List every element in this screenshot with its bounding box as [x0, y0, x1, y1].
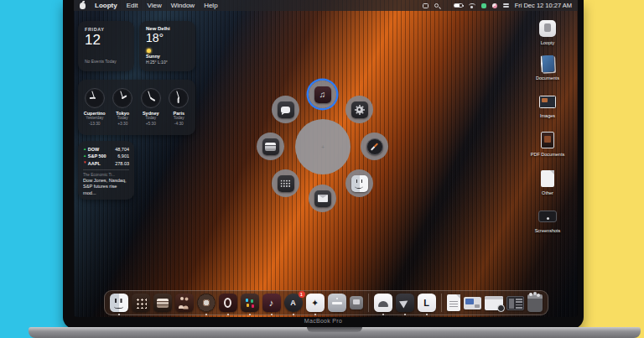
analog-clock-face	[169, 88, 189, 108]
down-arrow-icon: ▼	[83, 160, 86, 165]
finder-icon[interactable]	[110, 294, 128, 312]
stacks-icon[interactable]	[153, 294, 172, 312]
spotlight-icon[interactable]	[434, 3, 439, 8]
stack-screenshots[interactable]: Screenshots	[524, 206, 571, 233]
stock-row-dow: ▲ DOW 48,704	[83, 146, 129, 153]
menu-view[interactable]: View	[147, 2, 161, 9]
weather-temperature: 18°	[146, 31, 189, 46]
apple-menu-icon[interactable]	[80, 3, 86, 9]
calendar-day: 12	[85, 32, 127, 49]
loopty-app-icon[interactable]: L	[418, 294, 436, 312]
weather-widget[interactable]: New Delhi 18° Sunny H:25° L:10°	[139, 21, 195, 71]
stats-green-icon[interactable]	[481, 3, 486, 8]
radial-item-messages[interactable]	[272, 96, 299, 123]
weather-condition: Sunny	[146, 54, 189, 59]
wifi-icon[interactable]	[469, 3, 475, 8]
mail-icon	[314, 190, 331, 207]
launchpad-icon[interactable]	[132, 294, 150, 312]
window-thumb-icon[interactable]	[485, 296, 503, 310]
dock-divider	[441, 294, 442, 312]
menu-clock[interactable]: Fri Dec 12 10:27 AM	[515, 2, 572, 9]
screenshots-stack-icon	[538, 211, 557, 222]
dock-divider	[368, 294, 369, 312]
lid-notch	[307, 327, 362, 332]
settings-gear-icon	[351, 101, 368, 118]
analog-clock-face	[141, 88, 161, 108]
mini-app-icon[interactable]	[350, 296, 363, 309]
documents-stack-icon	[540, 55, 554, 73]
stock-row-sp500: ▲ S&P 500 6,901	[83, 153, 129, 159]
hub-plus-icon: +	[321, 144, 325, 150]
radial-item-safari[interactable]	[361, 133, 388, 160]
contacts-icon[interactable]	[175, 294, 194, 312]
macbook-base	[29, 327, 641, 338]
loopty-menubar-icon[interactable]	[423, 3, 428, 8]
analog-clock-face	[112, 88, 132, 108]
stack-documents[interactable]: Documents	[524, 54, 571, 81]
music-icon[interactable]: ♪	[262, 294, 281, 312]
clock-cupertino: Cupertino Yesterday -13:30	[81, 88, 108, 126]
radial-item-mail[interactable]	[309, 185, 336, 212]
notification-badge: 1	[299, 291, 305, 298]
macos-desktop: Loopty Edit View Window Help Fri Dec 12 …	[74, 0, 578, 317]
loopty-app-icon	[539, 20, 556, 37]
plus-app-icon[interactable]	[328, 294, 346, 312]
radial-menu-hub[interactable]: +	[295, 119, 351, 174]
dome-app-icon[interactable]	[374, 294, 392, 312]
calendar-status: No Events Today	[85, 59, 117, 64]
music-icon: ♫	[314, 86, 331, 103]
clock-sydney: Sydney Today +5:30	[138, 88, 164, 126]
bluetooth-icon[interactable]	[444, 3, 448, 8]
window-thumb-icon[interactable]	[506, 296, 524, 310]
pdf-stack-icon	[541, 132, 554, 148]
stack-other[interactable]: Other	[524, 169, 571, 195]
desk-scene: Loopty Edit View Window Help Fri Dec 12 …	[0, 0, 644, 338]
up-arrow-icon: ▲	[83, 153, 86, 159]
macbook-pro-label: MacBook Pro	[63, 318, 584, 324]
slack-icon[interactable]	[241, 294, 259, 312]
radial-item-settings[interactable]	[345, 96, 373, 123]
stock-news-headline: Dow Jones, Nasdaq, S&P futures rise mod.…	[83, 178, 129, 197]
images-stack-icon	[539, 96, 556, 108]
clock-tokyo: Tokyo Today +3:30	[109, 88, 136, 126]
radial-item-keypad[interactable]	[272, 169, 299, 197]
menu-app-name[interactable]: Loopty	[95, 2, 117, 9]
stock-news-source: The Economic Ti...	[83, 173, 129, 177]
stocks-widget[interactable]: ▲ DOW 48,704 ▲ S&P 500 6,901 ▼ AAPL 278.…	[78, 141, 134, 200]
safari-compass-icon	[366, 138, 383, 155]
app-store-icon[interactable]: A1	[284, 294, 303, 312]
macbook-pro: Loopty Edit View Window Help Fri Dec 12 …	[63, 0, 584, 329]
stack-pdf-documents[interactable]: PDF Documents	[524, 130, 571, 157]
battery-icon[interactable]	[454, 3, 463, 8]
menu-edit[interactable]: Edit	[127, 2, 138, 9]
document-file-icon[interactable]	[447, 294, 460, 311]
keypad-icon	[278, 175, 294, 192]
sparkle-app-icon[interactable]: ✦	[306, 294, 325, 312]
clock-paris: Paris Today -4:30	[165, 88, 192, 126]
opera-icon[interactable]	[219, 294, 237, 312]
sun-icon	[147, 49, 151, 53]
control-center-icon[interactable]	[503, 3, 509, 8]
dock: ♪ A1 ✦ L	[104, 290, 548, 315]
world-clock-widget[interactable]: Cupertino Yesterday -13:30 Tokyo Today +…	[78, 80, 195, 135]
app-pink-icon[interactable]	[492, 3, 497, 8]
finder-icon	[351, 175, 368, 192]
window-thumb-icon[interactable]	[464, 297, 481, 309]
analog-clock-face	[85, 88, 105, 108]
stack-images[interactable]: Images	[524, 91, 571, 118]
telegram-icon[interactable]	[396, 294, 414, 312]
radial-item-music[interactable]: ♫	[309, 81, 336, 108]
radial-item-stacks[interactable]	[257, 133, 284, 160]
trash-icon[interactable]	[527, 294, 543, 312]
stacks-icon	[262, 138, 279, 155]
menu-bar: Loopty Edit View Window Help Fri Dec 12 …	[74, 0, 578, 11]
stack-loopty[interactable]: Loopty	[524, 18, 571, 45]
radial-item-finder[interactable]	[345, 169, 373, 197]
weather-high-low: H:25° L:10°	[146, 60, 189, 65]
calendar-widget[interactable]: FRIDAY 12 No Events Today	[78, 21, 134, 71]
chrome-icon[interactable]	[197, 294, 216, 312]
other-file-icon	[541, 170, 554, 187]
menu-window[interactable]: Window	[171, 2, 195, 9]
menu-help[interactable]: Help	[204, 2, 217, 9]
messages-icon	[278, 101, 294, 118]
